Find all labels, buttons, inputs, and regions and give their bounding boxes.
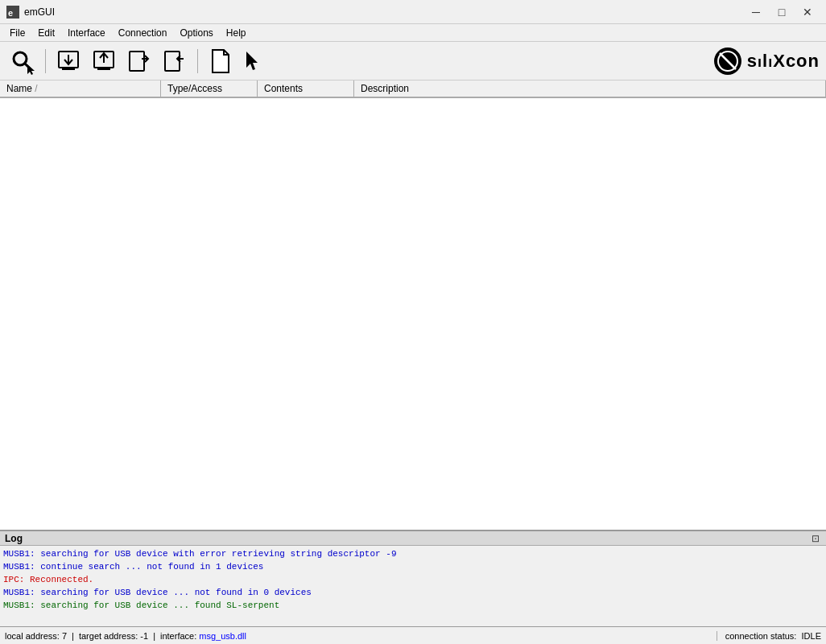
svg-rect-13 [165, 52, 180, 71]
menu-connection[interactable]: Connection [112, 24, 174, 41]
logo-text: sılıXcon [747, 51, 820, 72]
svg-marker-15 [246, 52, 258, 70]
new-doc-button[interactable] [204, 45, 237, 77]
interface-value: msg_usb.dll [199, 631, 246, 641]
import-button[interactable] [159, 45, 191, 77]
cursor-tool-icon [243, 48, 269, 74]
svg-rect-11 [130, 52, 144, 71]
log-line: MUSB1: searching for USB device with err… [3, 547, 823, 560]
title-controls: ─ □ ✕ [744, 4, 820, 20]
connection-status-value: IDLE [802, 631, 821, 641]
svg-text:e: e [8, 8, 13, 18]
close-button[interactable]: ✕ [795, 4, 820, 20]
logo-area: sılıXcon [713, 47, 820, 76]
log-line: MUSB1: continue search ... not found in … [3, 560, 823, 573]
status-right: connection status: IDLE [717, 631, 821, 641]
svg-point-2 [14, 52, 27, 65]
silixcon-logo-icon [713, 47, 742, 76]
title-bar: e emGUI ─ □ ✕ [0, 0, 826, 24]
app-title: emGUI [24, 6, 55, 18]
menu-bar: File Edit Interface Connection Options H… [0, 24, 826, 42]
col-header-contents[interactable]: Contents [258, 80, 354, 97]
table-header: Name / Type/Access Contents Description [0, 80, 826, 98]
target-address-value: -1 [140, 631, 148, 641]
menu-help[interactable]: Help [220, 24, 253, 41]
target-address-label: target address: [79, 631, 140, 641]
local-address-label: local address: [5, 631, 62, 641]
log-line: MUSB1: searching for USB device ... foun… [3, 599, 823, 612]
connection-status-label: connection status: [725, 631, 799, 641]
import-icon [162, 48, 188, 74]
log-header: Log ⊡ [0, 531, 826, 546]
status-left: local address: 7 | target address: -1 | … [5, 631, 717, 641]
title-bar-left: e emGUI [6, 6, 55, 19]
download-icon [56, 48, 81, 74]
log-line: MUSB1: searching for USB device ... not … [3, 586, 823, 599]
menu-edit[interactable]: Edit [31, 24, 61, 41]
svg-marker-4 [27, 64, 35, 75]
interface-label: interface: [160, 631, 199, 641]
minimize-button[interactable]: ─ [744, 4, 768, 20]
toolbar-separator-1 [45, 49, 46, 73]
menu-interface[interactable]: Interface [61, 24, 112, 41]
toolbar: sılıXcon [0, 42, 826, 80]
menu-file[interactable]: File [3, 24, 31, 41]
col-header-name[interactable]: Name / [0, 80, 161, 97]
new-doc-icon [208, 48, 233, 74]
log-expand-button[interactable]: ⊡ [810, 533, 821, 544]
menu-options[interactable]: Options [173, 24, 219, 41]
toolbar-separator-2 [197, 49, 198, 73]
upload-button[interactable] [88, 45, 120, 77]
log-container: Log ⊡ MUSB1: searching for USB device wi… [0, 530, 826, 626]
log-content[interactable]: MUSB1: searching for USB device with err… [0, 546, 826, 626]
cursor-button[interactable] [240, 45, 272, 77]
local-address-value: 7 [62, 631, 67, 641]
maximize-button[interactable]: □ [770, 4, 794, 20]
cursor-overlay-icon [27, 64, 37, 76]
search-button[interactable] [6, 45, 39, 77]
download-button[interactable] [52, 45, 85, 77]
upload-icon [91, 48, 117, 74]
log-title: Log [5, 533, 23, 544]
status-bar: local address: 7 | target address: -1 | … [0, 626, 826, 644]
export-icon [126, 48, 152, 74]
main-content [0, 98, 826, 530]
app-icon: e [6, 6, 19, 19]
col-header-type[interactable]: Type/Access [161, 80, 258, 97]
export-button[interactable] [123, 45, 155, 77]
log-line: IPC: Reconnected. [3, 573, 823, 586]
col-header-description[interactable]: Description [354, 80, 826, 97]
